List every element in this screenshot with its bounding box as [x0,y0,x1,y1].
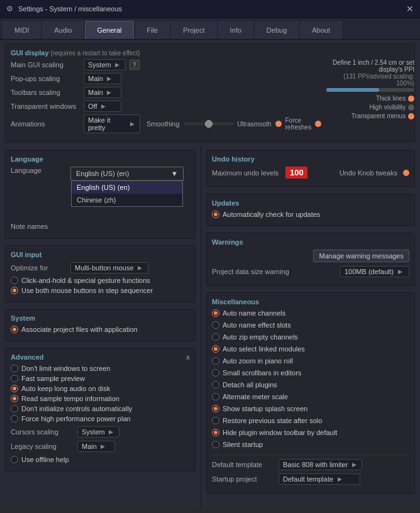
help-button[interactable]: ? [130,60,140,70]
advanced-item-4[interactable]: Don't initialize controls automatically [11,405,190,412]
ultrasmooth-label: Ultrasmooth [238,121,272,128]
advanced-radio-1[interactable] [11,375,18,382]
click-hold-radio[interactable] [11,277,18,284]
advanced-radio-2[interactable] [11,385,18,392]
misc-item-10[interactable]: Hide plugin window toolbar by default [212,429,409,436]
right-panel: Undo history Maximum undo levels 100 Und… [201,145,420,509]
cursors-scaling-select[interactable]: System ▶ [77,426,119,438]
offline-help-label: Use offline help [21,456,69,463]
project-data-size-select[interactable]: 100MB (default) ▶ [340,266,409,277]
animations-select[interactable]: Make it pretty ▶ [84,114,140,133]
gui-input-title: GUI input [11,251,190,258]
force-refreshes-label: Force refreshes [285,117,312,131]
misc-item-2[interactable]: Auto zip empty channels [212,333,409,341]
popups-scaling-label: Pop-ups scaling [11,75,80,82]
misc-items-list: Auto name channels Auto name effect slot… [212,309,409,451]
associate-radio[interactable] [11,326,18,333]
tab-midi[interactable]: MIDI [3,21,41,39]
language-dropdown[interactable]: English (US) (en) ▼ English (US) (en) Ch… [70,167,184,181]
misc-item-3[interactable]: Auto select linked modules [212,345,409,353]
ppi-info: Define 1 inch / 2.54 cm or set display's… [326,59,414,93]
title-bar: ⚙ Settings - System / miscellaneous ✕ [0,0,420,18]
auto-check-updates-row[interactable]: Automatically check for updates [212,211,409,218]
main-gui-scaling-select[interactable]: System ▶ [84,59,126,70]
note-names-label: Note names [11,223,67,230]
transparent-windows-select[interactable]: Off ▶ [84,101,121,112]
both-mouse-radio[interactable] [11,287,18,294]
misc-item-5[interactable]: Small scrollbars in editors [212,369,409,377]
advanced-item-0[interactable]: Don't limit windows to screen [11,365,190,372]
auto-check-label: Automatically check for updates [223,211,320,218]
language-option-english[interactable]: English (US) (en) [72,181,182,194]
advanced-label-2: Auto keep long audio on disk [21,385,110,392]
undo-history-title: Undo history [212,155,409,163]
smoothing-slider[interactable] [184,123,234,125]
startup-project-select[interactable]: Default template ▶ [279,473,360,485]
advanced-radio-5[interactable] [11,415,18,422]
misc-item-9[interactable]: Restore previous state after solo [212,417,409,424]
tab-audio[interactable]: Audio [42,21,84,39]
warnings-title: Warnings [212,238,409,246]
toolbars-scaling-select[interactable]: Main ▶ [84,87,121,98]
misc-label-3: Auto select linked modules [223,345,305,353]
misc-label-6: Detach all plugins [223,381,277,389]
advanced-section: Advanced ∧ Don't limit windows to screen… [5,348,196,472]
collapse-icon[interactable]: ∧ [185,354,190,361]
advanced-radio-3[interactable] [11,395,18,402]
popups-scaling-select[interactable]: Main ▶ [84,73,121,84]
advanced-item-5[interactable]: Force high performance power plan [11,415,190,422]
undo-level-box: 100 [285,167,307,179]
language-option-chinese[interactable]: Chinese (zh) [72,194,182,206]
gui-input-section: GUI input Optimize for Multi-button mous… [5,245,196,302]
advanced-item-3[interactable]: Read sample tempo information [11,395,190,402]
tab-project[interactable]: Project [171,21,216,39]
language-label: Language [11,167,67,174]
main-content: GUI display (requires a restart to take … [0,40,420,509]
advanced-radio-0[interactable] [11,365,18,372]
both-mouse-buttons-row[interactable]: Use both mouse buttons in step sequencer [11,287,190,294]
tab-info[interactable]: Info [218,21,253,39]
system-section: System Associate project files with appl… [5,309,196,341]
auto-check-radio[interactable] [212,211,219,218]
advanced-title: Advanced ∧ [11,353,190,361]
misc-label-8: Show startup splash screen [223,405,307,412]
misc-item-4[interactable]: Auto zoom in piano roll [212,357,409,365]
ultrasmooth-indicator [275,121,282,127]
close-button[interactable]: ✕ [406,4,414,14]
force-refreshes-indicator [315,121,321,127]
undo-knob-tweaks-label: Undo Knob tweaks [340,169,397,177]
advanced-item-1[interactable]: Fast sample preview [11,375,190,382]
associate-label: Associate project files with application [21,326,138,333]
click-and-hold-row[interactable]: Click-and-hold & special gesture functio… [11,277,190,284]
main-gui-scaling-label: Main GUI scaling [11,61,80,69]
misc-item-1[interactable]: Auto name effect slots [212,321,409,329]
offline-help-radio[interactable] [11,456,18,463]
optimize-for-label: Optimize for [11,264,67,272]
advanced-item-2[interactable]: Auto keep long audio on disk [11,385,190,392]
misc-item-8[interactable]: Show startup splash screen [212,405,409,412]
offline-help-row[interactable]: Use offline help [11,456,190,463]
high-visibility-label: High visibility [369,104,406,111]
tab-general[interactable]: General [85,21,133,39]
tab-file[interactable]: File [135,21,170,39]
default-template-select[interactable]: Basic 808 with limiter ▶ [279,459,362,470]
updates-title: Updates [212,199,409,207]
optimize-for-select[interactable]: Multi-button mouse ▶ [70,262,148,273]
transparent-menus-label: Transparent menus [351,113,406,119]
misc-item-0[interactable]: Auto name channels [212,309,409,317]
manage-warnings-button[interactable]: Manage warning messages [313,250,409,262]
misc-item-11[interactable]: Silent startup [212,441,409,448]
associate-files-row[interactable]: Associate project files with application [11,326,190,333]
tab-about[interactable]: About [300,21,342,39]
misc-item-6[interactable]: Detach all plugins [212,381,409,389]
panels: Language Language English (US) (en) ▼ En… [0,145,420,509]
advanced-label-5: Force high performance power plan [21,415,131,422]
advanced-radio-4[interactable] [11,405,18,412]
warnings-section: Warnings Manage warning messages Project… [206,233,415,286]
advanced-label-1: Fast sample preview [21,375,85,382]
tab-debug[interactable]: Debug [255,21,299,39]
misc-label-2: Auto zip empty channels [223,333,298,341]
transparent-windows-label: Transparent windows [11,102,80,110]
legacy-scaling-select[interactable]: Main ▶ [77,441,115,452]
misc-item-7[interactable]: Alternate meter scale [212,393,409,400]
